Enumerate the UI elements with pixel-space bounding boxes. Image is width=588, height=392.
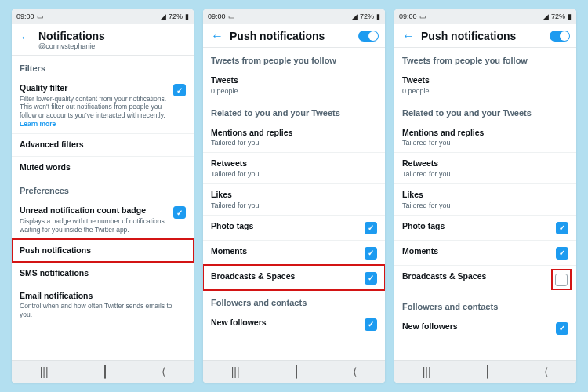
status-bar: 09:00▭ ◢72%▮ <box>203 9 385 24</box>
row-muted-words[interactable]: Muted words <box>12 156 194 179</box>
row-moments[interactable]: Moments ✓ <box>394 240 576 265</box>
android-navbar: ||| ⟨ <box>12 360 194 383</box>
android-navbar: ||| ⟨ <box>394 360 576 383</box>
home-icon[interactable] <box>296 365 297 378</box>
back-arrow-icon[interactable]: ← <box>401 28 416 44</box>
home-icon[interactable] <box>104 365 106 378</box>
battery-icon: ▮ <box>185 13 189 20</box>
unread-badge-checkbox[interactable]: ✓ <box>173 206 186 219</box>
back-icon[interactable]: ⟨ <box>162 365 165 378</box>
broadcasts-checkbox[interactable] <box>555 274 568 286</box>
quality-filter-checkbox[interactable]: ✓ <box>173 84 186 96</box>
page-title: Notifications <box>38 30 187 42</box>
home-icon[interactable] <box>487 365 488 378</box>
screen-header: ← Push notifications <box>203 24 385 48</box>
row-broadcasts-spaces[interactable]: Broadcasts & Spaces ✓ <box>203 265 385 290</box>
back-arrow-icon[interactable]: ← <box>18 30 34 45</box>
row-new-followers[interactable]: New followers ✓ <box>203 312 385 336</box>
learn-more-link[interactable]: Learn more <box>20 120 56 128</box>
phone-screen-1: 09:00▭ ◢72%▮ ← Notifications @connvsteph… <box>12 9 194 383</box>
row-unread-badge[interactable]: Unread notification count badge Displays… <box>12 200 194 239</box>
row-retweets[interactable]: RetweetsTailored for you <box>394 152 576 183</box>
battery-text: 72% <box>169 13 183 20</box>
settings-list[interactable]: Tweets from people you follow Tweets0 pe… <box>203 48 385 360</box>
screen-header: ← Push notifications <box>394 24 576 48</box>
push-master-toggle[interactable] <box>358 31 379 42</box>
back-icon[interactable]: ⟨ <box>544 365 548 378</box>
row-photo-tags[interactable]: Photo tags ✓ <box>394 215 576 240</box>
row-mentions[interactable]: Mentions and repliesTailored for you <box>203 122 385 153</box>
row-tweets[interactable]: Tweets0 people <box>394 70 576 100</box>
moments-checkbox[interactable]: ✓ <box>556 247 568 260</box>
row-sms-notifications[interactable]: SMS notifications <box>12 262 194 285</box>
push-master-toggle[interactable] <box>550 31 570 42</box>
row-moments[interactable]: Moments ✓ <box>203 240 385 265</box>
page-title: Push notifications <box>230 30 354 42</box>
row-advanced-filters[interactable]: Advanced filters <box>12 133 194 156</box>
back-arrow-icon[interactable]: ← <box>209 28 225 44</box>
section-preferences: Preferences <box>12 178 194 200</box>
android-navbar: ||| ⟨ <box>203 360 385 383</box>
broadcasts-checkbox[interactable]: ✓ <box>365 272 377 285</box>
row-tweets[interactable]: Tweets0 people <box>203 70 385 100</box>
broadcasts-checkbox-highlight <box>553 270 570 289</box>
recent-apps-icon[interactable]: ||| <box>40 365 49 378</box>
row-likes[interactable]: LikesTailored for you <box>203 183 385 215</box>
row-email-notifications[interactable]: Email notifications Control when and how… <box>12 285 194 325</box>
new-followers-checkbox[interactable]: ✓ <box>556 322 568 335</box>
settings-list[interactable]: Filters Quality filter Filter lower-qual… <box>12 56 194 360</box>
recent-apps-icon[interactable]: ||| <box>423 365 431 378</box>
screen-header: ← Notifications @connvstephanie <box>12 24 194 56</box>
status-bar: 09:00▭ ◢72%▮ <box>12 9 194 24</box>
row-quality-filter[interactable]: Quality filter Filter lower-quality cont… <box>12 78 194 133</box>
moments-checkbox[interactable]: ✓ <box>365 247 377 260</box>
back-icon[interactable]: ⟨ <box>353 365 357 378</box>
signal-icon: ◢ <box>161 13 166 20</box>
row-retweets[interactable]: RetweetsTailored for you <box>203 152 385 183</box>
photo-tags-checkbox[interactable]: ✓ <box>556 222 568 234</box>
new-followers-checkbox[interactable]: ✓ <box>365 318 377 331</box>
phone-screen-2: 09:00▭ ◢72%▮ ← Push notifications Tweets… <box>203 9 385 383</box>
page-title: Push notifications <box>421 30 545 42</box>
section-filters: Filters <box>12 56 194 78</box>
row-push-notifications[interactable]: Push notifications <box>12 239 194 262</box>
row-photo-tags[interactable]: Photo tags ✓ <box>203 215 385 240</box>
status-time: 09:00 <box>16 13 34 20</box>
row-mentions[interactable]: Mentions and repliesTailored for you <box>394 122 576 153</box>
row-likes[interactable]: LikesTailored for you <box>394 183 576 215</box>
recent-apps-icon[interactable]: ||| <box>231 365 240 378</box>
phone-screen-3: 09:00▭ ◢72%▮ ← Push notifications Tweets… <box>394 9 576 383</box>
status-bar: 09:00▭ ◢72%▮ <box>394 9 576 24</box>
page-subtitle: @connvstephanie <box>38 42 187 50</box>
camera-icon: ▭ <box>37 13 44 20</box>
settings-list[interactable]: Tweets from people you follow Tweets0 pe… <box>394 48 576 360</box>
row-new-followers[interactable]: New followers ✓ <box>394 316 576 340</box>
row-broadcasts-spaces[interactable]: Broadcasts & Spaces <box>394 265 576 294</box>
photo-tags-checkbox[interactable]: ✓ <box>365 222 377 234</box>
